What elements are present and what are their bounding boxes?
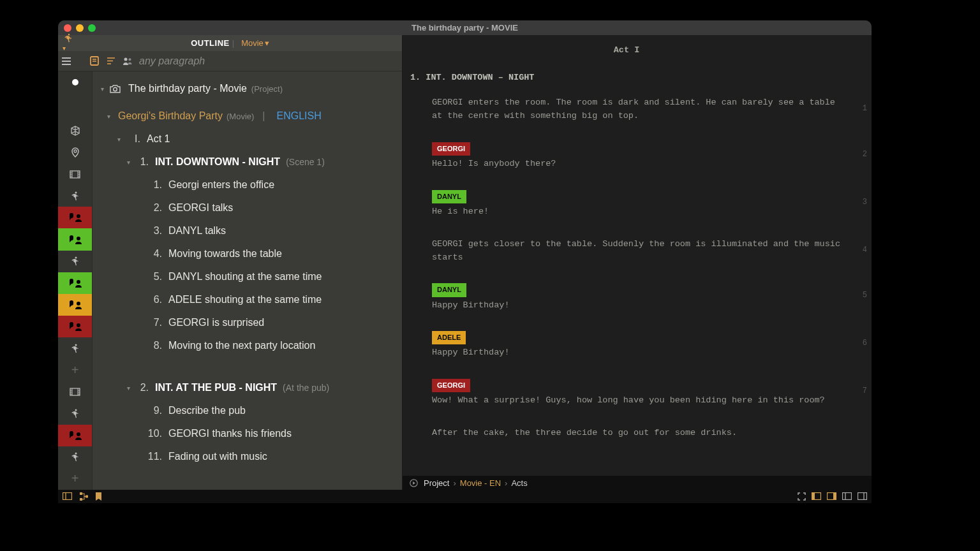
tree-paragraph[interactable]: 3.DANYL talks — [93, 219, 402, 242]
menu-icon[interactable] — [58, 57, 75, 65]
scene-heading: INT. DOWNTOWN - NIGHT — [155, 156, 280, 168]
filter-bar — [58, 51, 402, 71]
svg-point-12 — [77, 302, 80, 305]
rail-run-icon-2[interactable] — [58, 251, 92, 272]
page-icon[interactable] — [86, 56, 103, 66]
status-panel-right-icon[interactable] — [827, 492, 836, 501]
breadcrumb-project[interactable]: Project — [424, 478, 449, 488]
status-panel-icon[interactable] — [63, 492, 72, 501]
script-block[interactable]: DANYLHe is here!3 — [410, 190, 843, 219]
svg-rect-27 — [812, 493, 815, 500]
scene-number: 1. — [133, 156, 149, 168]
tree-scene-2[interactable]: ▾ 2. INT. AT THE PUB - NIGHT (At the pub… — [93, 376, 402, 399]
rail-film-icon-2[interactable] — [58, 381, 92, 402]
tree-paragraph[interactable]: 6.ADELE shouting at the same time — [93, 288, 402, 311]
svg-rect-32 — [858, 493, 867, 500]
movie-meta: (Movie) — [226, 112, 254, 121]
tree-paragraph[interactable]: 8.Moving to the next party location — [93, 334, 402, 357]
rail-run-icon[interactable] — [58, 185, 92, 207]
tree-scene-1[interactable]: ▾ 1. INT. DOWNTOWN - NIGHT (Scene 1) — [93, 151, 402, 173]
paragraph-number: 6 — [863, 337, 867, 349]
breadcrumb-acts[interactable]: Acts — [511, 478, 527, 488]
script-view[interactable]: Act I 1. INT. DOWNTOWN – NIGHT GEORGI en… — [403, 35, 872, 476]
chevron-down-icon[interactable]: ▾ — [104, 113, 114, 120]
block-text: Happy Birthday! — [432, 348, 510, 357]
script-block[interactable]: GEORGI enters the room. The room is dark… — [410, 96, 843, 123]
people-icon[interactable] — [119, 57, 136, 66]
mode-selector[interactable]: Movie▾ — [241, 38, 269, 48]
script-block[interactable]: GEORGIHello! Is anybody there?2 — [410, 142, 843, 171]
rail-run-icon-5[interactable] — [58, 446, 92, 468]
tree-paragraph[interactable]: 7.GEORGI is surprised — [93, 311, 402, 334]
script-block[interactable]: After the cake, the three decide to go o… — [410, 427, 843, 440]
svg-point-3 — [124, 57, 128, 61]
paragraph-number: 2 — [863, 149, 867, 161]
minimize-button[interactable] — [76, 24, 84, 32]
script-block[interactable]: ADELEHappy Birthday!6 — [410, 331, 843, 360]
status-panel-outline-left-icon[interactable] — [842, 492, 852, 501]
icon-rail: + + — [58, 71, 93, 490]
script-block[interactable]: DANYLHappy Birthday!5 — [410, 283, 843, 312]
rail-georgi-thanks[interactable] — [58, 425, 92, 446]
rail-run-icon-3[interactable] — [58, 337, 92, 359]
script-block[interactable]: GEORGIWow! What a surprise! Guys, how lo… — [410, 379, 843, 408]
tree-paragraph[interactable]: 11.Fading out with music — [93, 445, 402, 468]
svg-point-7 — [75, 191, 77, 193]
paragraph-number: 3 — [863, 196, 867, 209]
svg-rect-30 — [843, 493, 852, 500]
svg-point-13 — [77, 323, 80, 327]
breadcrumb-movie[interactable]: Movie - EN — [460, 478, 501, 488]
svg-rect-23 — [80, 492, 82, 495]
filter-input[interactable] — [136, 55, 402, 67]
status-bookmark-icon[interactable] — [96, 492, 101, 501]
rail-danyl-talk[interactable] — [58, 228, 92, 250]
status-panel-left-icon[interactable] — [812, 492, 821, 501]
status-fullscreen-icon[interactable] — [798, 492, 806, 501]
rail-add-1[interactable]: + — [58, 359, 92, 381]
project-title: The birthday party - Movie — [128, 83, 247, 94]
lines-icon[interactable] — [103, 57, 119, 64]
outline-tree: ▾ The birthday party - Movie (Project) ▾… — [93, 71, 402, 490]
act-title: Act 1 — [147, 133, 170, 145]
movie-language[interactable]: ENGLISH — [277, 110, 322, 122]
project-meta: (Project) — [251, 84, 283, 94]
rail-georgi-surprised[interactable] — [58, 316, 92, 337]
tree-paragraph[interactable]: 1.Georgi enters the office — [93, 173, 402, 196]
status-tree-icon[interactable] — [80, 492, 88, 501]
status-panel-outline-right-icon[interactable] — [858, 492, 867, 501]
chevron-down-icon[interactable]: ▾ — [124, 159, 133, 166]
rail-add-2[interactable]: + — [58, 468, 92, 490]
rail-marker-icon[interactable] — [58, 71, 92, 93]
svg-point-4 — [129, 58, 131, 61]
chevron-down-icon[interactable]: ▾ — [124, 385, 133, 392]
close-button[interactable] — [64, 24, 71, 32]
tree-paragraph[interactable]: 9.Describe the pub — [93, 399, 402, 422]
tree-paragraph[interactable]: 2.GEORGI talks — [93, 196, 402, 219]
rail-georgi-talk[interactable] — [58, 207, 92, 228]
tree-act[interactable]: ▾ I. Act 1 — [93, 128, 402, 151]
chevron-down-icon[interactable]: ▾ — [98, 85, 107, 92]
tree-movie[interactable]: ▾ Georgi's Birthday Party (Movie) | ENGL… — [93, 105, 402, 128]
rail-location-icon[interactable] — [58, 142, 92, 163]
svg-point-14 — [75, 344, 77, 346]
rail-danyl-shout[interactable] — [58, 272, 92, 294]
play-icon[interactable] — [410, 479, 418, 487]
block-text: Wow! What a surprise! Guys, how long hav… — [432, 395, 825, 405]
rail-cube-icon[interactable] — [58, 120, 92, 142]
tree-paragraph[interactable]: 4.Moving towards the table — [93, 242, 402, 265]
svg-rect-21 — [63, 493, 72, 500]
svg-point-16 — [75, 409, 77, 411]
rail-run-icon-4[interactable] — [58, 402, 92, 424]
camera-icon — [110, 84, 121, 93]
chevron-down-icon[interactable]: ▾ — [114, 136, 124, 143]
rail-film-icon[interactable] — [58, 163, 92, 185]
tree-paragraph[interactable]: 10.GEORGI thanks his friends — [93, 422, 402, 445]
rail-adele-shout[interactable] — [58, 294, 92, 316]
maximize-button[interactable] — [88, 24, 96, 32]
tree-project[interactable]: ▾ The birthday party - Movie (Project) — [93, 77, 402, 100]
tree-paragraph[interactable]: 5.DANYL shouting at the same time — [93, 265, 402, 288]
titlebar: The birthday party - MOVIE — [58, 20, 872, 35]
running-icon[interactable]: ▾ — [63, 34, 73, 52]
script-block[interactable]: GEORGI gets closer to the table. Suddenl… — [410, 238, 843, 265]
status-bar — [58, 490, 872, 503]
